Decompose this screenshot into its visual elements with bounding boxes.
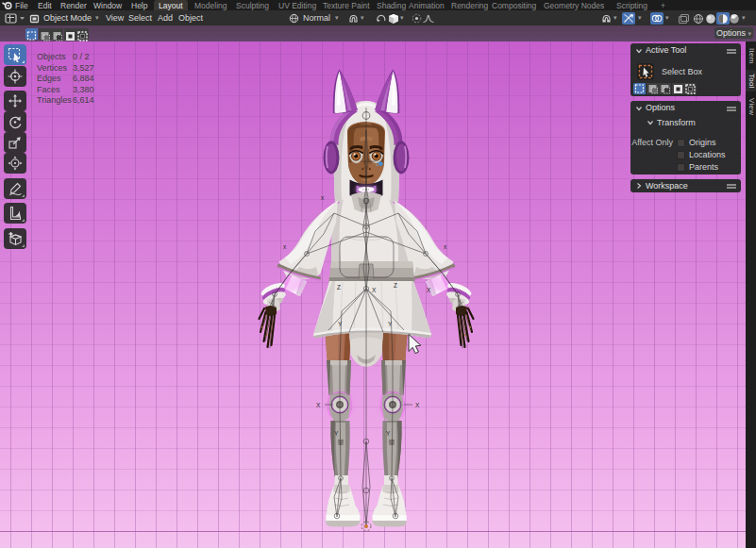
svg-text:Z: Z	[394, 282, 397, 289]
svg-text:X: X	[415, 402, 420, 408]
svg-text:Y: Y	[386, 430, 391, 437]
svg-text:X: X	[427, 287, 431, 293]
svg-text:Y: Y	[338, 321, 343, 327]
svg-text:X: X	[316, 402, 321, 408]
svg-text:Z: Z	[337, 284, 341, 291]
svg-text:Y: Y	[388, 321, 393, 327]
svg-text:X: X	[372, 287, 377, 293]
svg-text:Y: Y	[334, 430, 339, 437]
